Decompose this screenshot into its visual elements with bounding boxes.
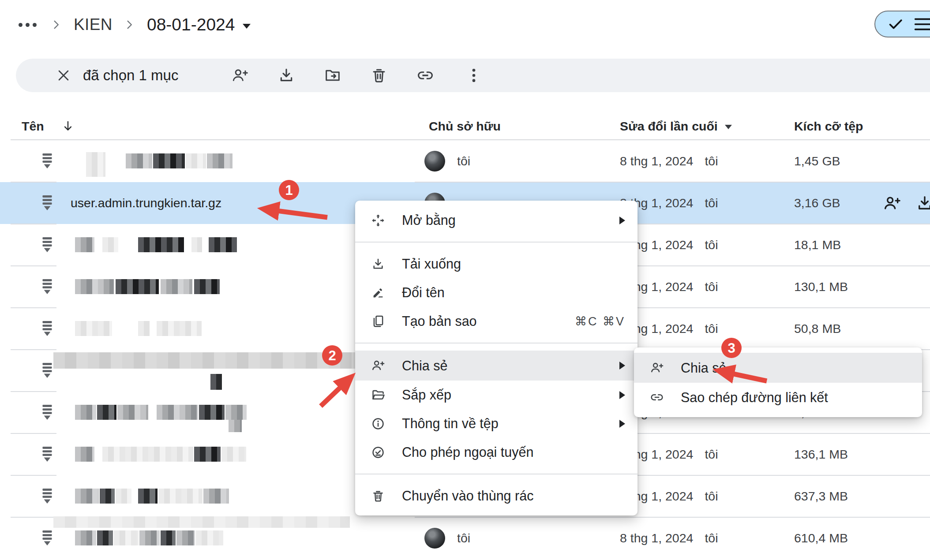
- layout-toggle-button[interactable]: [874, 11, 930, 37]
- person-add-icon: [649, 361, 665, 375]
- redacted-file-name: [221, 447, 246, 462]
- header-owner[interactable]: Chủ sở hữu: [429, 112, 501, 140]
- redacted-file-name: [199, 405, 225, 420]
- header-modified[interactable]: Sửa đổi lần cuối: [620, 112, 732, 140]
- person-add-icon: [370, 358, 386, 373]
- size-label: 637,3 MB: [794, 475, 848, 517]
- breadcrumb-current-folder[interactable]: 08-01-2024: [147, 15, 251, 34]
- copy-icon: [370, 314, 386, 329]
- context-menu: Mở bằng Tải xuống Đổi tên Tạo bản sao ⌘C…: [355, 201, 638, 515]
- copy-link-button[interactable]: [414, 64, 437, 87]
- menu-item-download[interactable]: Tải xuống: [355, 250, 638, 278]
- download-icon: [370, 257, 386, 271]
- redacted-file-name: [116, 489, 131, 504]
- breadcrumb-more-button[interactable]: [16, 20, 39, 30]
- more-options-button[interactable]: [462, 64, 485, 87]
- move-to-folder-button[interactable]: [321, 64, 344, 87]
- row-share-button[interactable]: [882, 194, 902, 213]
- sort-caret-icon: [725, 125, 732, 129]
- trash-button[interactable]: [368, 64, 390, 87]
- menu-item-share[interactable]: Chia sẻ: [355, 351, 638, 381]
- menu-item-rename[interactable]: Đổi tên: [355, 278, 638, 307]
- keyboard-shortcut: ⌘C ⌘V: [575, 314, 625, 329]
- size-label: 1,45 GB: [794, 140, 840, 182]
- row-divider: [11, 265, 56, 266]
- redacted-file-name: [157, 405, 198, 420]
- owner-avatar: [424, 151, 445, 172]
- size-label: 18,1 MB: [794, 224, 841, 266]
- redacted-file-name: [102, 447, 193, 462]
- redacted-file-name: [176, 530, 195, 545]
- selection-toolbar: đã chọn 1 mục: [16, 59, 930, 92]
- chevron-right-icon: [124, 19, 135, 30]
- modified-label: 8 thg 1, 2024tôi: [620, 140, 718, 182]
- archive-file-icon: [41, 404, 54, 421]
- ellipsis-icon: [19, 23, 22, 27]
- row-divider: [11, 307, 56, 308]
- menu-item-file-info[interactable]: Thông tin về tệp: [355, 409, 638, 438]
- archive-file-icon: [41, 488, 54, 504]
- redacted-file-name: [191, 237, 202, 252]
- menu-item-offline[interactable]: Cho phép ngoại tuyến: [355, 438, 638, 467]
- trash-icon: [370, 489, 386, 503]
- header-size[interactable]: Kích cỡ tệp: [794, 112, 863, 140]
- archive-file-icon: [41, 278, 54, 295]
- redacted-file-name: [117, 405, 148, 420]
- header-name[interactable]: Tên: [22, 112, 44, 140]
- redacted-file-name: [75, 489, 99, 504]
- sort-descending-icon[interactable]: [61, 119, 75, 133]
- file-name: user.admin.trungkien.tar.gz: [71, 182, 221, 224]
- menu-item-organize[interactable]: Sắp xếp: [355, 381, 638, 409]
- row-divider: [11, 182, 56, 183]
- redacted-file-name: [225, 405, 247, 420]
- row-divider: [415, 517, 930, 518]
- file-row[interactable]: tôi 8 thg 1, 2024tôi 1,45 GB: [0, 140, 930, 182]
- redaction-bar: [53, 352, 355, 369]
- redacted-file-name: [86, 152, 105, 177]
- row-divider: [11, 475, 56, 476]
- row-divider: [11, 517, 56, 518]
- clear-selection-button[interactable]: [53, 65, 74, 86]
- owner-avatar: [424, 528, 445, 549]
- modified-label: 8 thg 1, 2024tôi: [620, 517, 718, 559]
- redaction-bar: [53, 516, 350, 528]
- redacted-file-name: [75, 530, 96, 545]
- size-label: 610,4 MB: [794, 517, 848, 559]
- archive-file-icon: [41, 530, 54, 546]
- breadcrumb: KIEN 08-01-2024: [16, 13, 251, 36]
- redacted-file-name: [126, 153, 152, 168]
- breadcrumb-folder[interactable]: KIEN: [74, 15, 112, 34]
- submenu-arrow-icon: [619, 391, 625, 399]
- menu-divider: [355, 242, 638, 243]
- menu-item-move-to-trash[interactable]: Chuyển vào thùng rác: [355, 482, 638, 510]
- row-divider: [11, 391, 56, 392]
- share-submenu: Chia sẻ Sao chép đường liên kết: [634, 347, 922, 417]
- redacted-file-name: [114, 530, 139, 545]
- redacted-file-name: [153, 153, 185, 168]
- redacted-file-name: [139, 530, 160, 545]
- archive-file-icon: [41, 153, 54, 169]
- redacted-file-name: [75, 405, 96, 420]
- row-divider: [11, 349, 56, 350]
- size-label: 130,1 MB: [794, 266, 848, 308]
- menu-item-open-with[interactable]: Mở bằng: [355, 206, 638, 235]
- owner-label: tôi: [457, 517, 470, 559]
- download-button[interactable]: [275, 64, 298, 87]
- submenu-item-copy-link[interactable]: Sao chép đường liên kết: [634, 383, 922, 412]
- redacted-file-name: [207, 153, 232, 168]
- rename-pencil-icon: [370, 286, 386, 300]
- menu-divider: [355, 343, 638, 343]
- redacted-file-name: [138, 489, 158, 504]
- redacted-file-name: [97, 405, 116, 420]
- row-download-button[interactable]: [915, 194, 930, 213]
- redacted-file-name: [196, 530, 223, 545]
- submenu-item-share[interactable]: Chia sẻ: [634, 353, 922, 383]
- link-icon: [649, 390, 665, 404]
- share-person-add-button[interactable]: [229, 64, 251, 87]
- size-label: 3,16 GB: [794, 182, 840, 224]
- menu-item-make-copy[interactable]: Tạo bản sao ⌘C ⌘V: [355, 307, 638, 336]
- info-icon: [370, 417, 386, 431]
- menu-divider: [355, 474, 638, 474]
- redacted-file-name: [194, 447, 221, 462]
- redacted-file-name: [161, 530, 176, 545]
